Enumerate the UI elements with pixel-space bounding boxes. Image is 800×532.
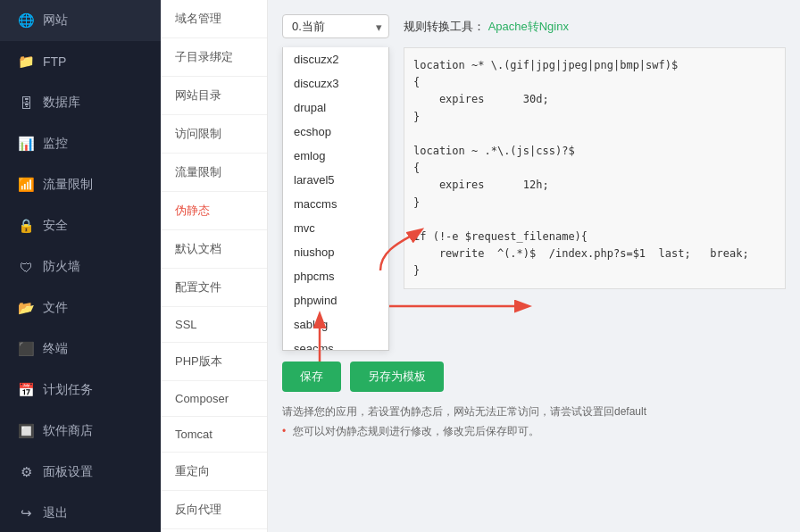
- sub-item-subdir[interactable]: 子目录绑定: [161, 38, 267, 77]
- version-dropdown[interactable]: 0.当前: [282, 14, 389, 38]
- sidebar-label-database: 数据库: [43, 95, 80, 111]
- sidebar-item-logout[interactable]: ↪ 退出: [0, 493, 161, 532]
- sidebar-label-terminal: 终端: [43, 341, 68, 357]
- code-line: location ~ .*\.(js|css)?$: [413, 143, 776, 160]
- main-content: 0.当前 ▾ 规则转换工具： Apache转Nginx discuzx2disc…: [268, 0, 800, 532]
- sidebar-item-traffic[interactable]: 📶 流量限制: [0, 164, 161, 205]
- sidebar-item-panel-settings[interactable]: ⚙ 面板设置: [0, 452, 161, 493]
- sidebar-label-traffic: 流量限制: [43, 177, 93, 193]
- sub-item-config[interactable]: 配置文件: [161, 269, 267, 307]
- panel-settings-icon: ⚙: [18, 464, 34, 480]
- sidebar-label-security: 安全: [43, 218, 68, 234]
- sub-item-webroot[interactable]: 网站目录: [161, 77, 267, 115]
- sidebar-label-logout: 退出: [43, 505, 68, 521]
- arrow-annotation-2: [389, 295, 550, 322]
- sidebar-item-cron[interactable]: 📅 计划任务: [0, 370, 161, 411]
- sidebar-label-cron: 计划任务: [43, 382, 93, 398]
- bullet-dot: •: [282, 425, 286, 437]
- dropdown-item-phpwind[interactable]: phpwind: [283, 288, 388, 312]
- sub-item-default-doc[interactable]: 默认文档: [161, 230, 267, 269]
- button-bar: 保存 另存为模板: [282, 362, 786, 392]
- code-line: [413, 212, 776, 229]
- sidebar-item-monitor[interactable]: 📊 监控: [0, 123, 161, 164]
- sub-item-domain[interactable]: 域名管理: [161, 0, 267, 38]
- dropdown-item-drupal[interactable]: drupal: [283, 96, 388, 120]
- firewall-icon: 🛡: [18, 259, 34, 275]
- sub-item-composer[interactable]: Composer: [161, 381, 267, 417]
- traffic-icon: 📶: [18, 177, 34, 193]
- content-area: discuzx2discuzx3drupalecshopemloglaravel…: [282, 47, 786, 351]
- code-line: expires 30d;: [413, 91, 776, 108]
- sidebar-item-ftp[interactable]: 📁 FTP: [0, 41, 161, 82]
- info-line2: • 您可以对伪静态规则进行修改，修改完后保存即可。: [282, 422, 786, 442]
- info-text: 请选择您的应用，若设置伪静态后，网站无法正常访问，请尝试设置回default •…: [282, 403, 786, 441]
- rule-converter-label: 规则转换工具： Apache转Nginx: [404, 19, 569, 35]
- code-line: }: [413, 195, 776, 212]
- sidebar-label-appstore: 软件商店: [43, 423, 93, 439]
- code-line: {: [413, 160, 776, 177]
- sidebar-label-monitor: 监控: [43, 136, 68, 152]
- sidebar-item-security[interactable]: 🔒 安全: [0, 205, 161, 246]
- dropdown-item-discuzx2[interactable]: discuzx2: [283, 47, 388, 71]
- sub-sidebar: 域名管理 子目录绑定 网站目录 访问限制 流量限制 伪静态 默认文档 配置文件 …: [161, 0, 268, 532]
- terminal-icon: ⬛: [18, 341, 34, 357]
- dropdown-item-ecshop[interactable]: ecshop: [283, 120, 388, 144]
- sidebar-label-files: 文件: [43, 300, 68, 316]
- dropdown-item-mvc[interactable]: mvc: [283, 216, 388, 240]
- info-line1: 请选择您的应用，若设置伪静态后，网站无法正常访问，请尝试设置回default: [282, 403, 786, 422]
- dropdown-item-phpcms[interactable]: phpcms: [283, 264, 388, 288]
- cron-icon: 📅: [18, 382, 34, 398]
- code-line: expires 12h;: [413, 177, 776, 194]
- database-icon: 🗄: [18, 95, 34, 111]
- save-as-template-button[interactable]: 另存为模板: [350, 362, 444, 392]
- sub-item-reverse-proxy[interactable]: 反向代理: [161, 491, 267, 529]
- dropdown-item-niushop[interactable]: niushop: [283, 240, 388, 264]
- code-line: if (!-e $request_filename){: [413, 229, 776, 245]
- sub-item-tomcat[interactable]: Tomcat: [161, 417, 267, 453]
- dropdown-item-seacms[interactable]: seacms: [283, 337, 388, 351]
- sub-item-php[interactable]: PHP版本: [161, 343, 267, 381]
- sub-item-rewrite[interactable]: 伪静态: [161, 192, 267, 230]
- sidebar-item-appstore[interactable]: 🔲 软件商店: [0, 411, 161, 452]
- code-line: location ~* \.(gif|jpg|jpeg|png|bmp|swf)…: [413, 57, 776, 74]
- ftp-icon: 📁: [18, 54, 34, 70]
- rule-converter-link[interactable]: Apache转Nginx: [488, 20, 569, 33]
- dropdown-item-sablog[interactable]: sablog: [283, 312, 388, 337]
- top-bar: 0.当前 ▾ 规则转换工具： Apache转Nginx: [282, 14, 786, 38]
- sidebar-item-terminal[interactable]: ⬛ 终端: [0, 328, 161, 370]
- sidebar-item-database[interactable]: 🗄 数据库: [0, 82, 161, 123]
- monitor-icon: 📊: [18, 136, 34, 152]
- sub-item-traffic-limit[interactable]: 流量限制: [161, 154, 267, 192]
- dropdown-item-maccms[interactable]: maccms: [283, 192, 388, 216]
- sidebar-item-firewall[interactable]: 🛡 防火墙: [0, 246, 161, 287]
- rewrite-dropdown-list[interactable]: discuzx2discuzx3drupalecshopemloglaravel…: [282, 47, 389, 351]
- code-line: }: [413, 109, 776, 126]
- sidebar-label-panel-settings: 面板设置: [43, 464, 93, 480]
- appstore-icon: 🔲: [18, 423, 34, 439]
- sidebar-label-firewall: 防火墙: [43, 259, 80, 275]
- sidebar-item-files[interactable]: 📂 文件: [0, 287, 161, 328]
- dropdown-item-laravel5[interactable]: laravel5: [283, 168, 388, 192]
- save-button[interactable]: 保存: [282, 362, 341, 392]
- sidebar-label-ftp: FTP: [43, 54, 66, 69]
- sub-item-access[interactable]: 访问限制: [161, 115, 267, 154]
- code-line: {: [413, 74, 776, 91]
- code-line: }: [413, 262, 776, 279]
- sidebar-label-website: 网站: [43, 12, 68, 29]
- version-dropdown-wrapper: 0.当前 ▾: [282, 14, 389, 38]
- sub-item-ssl[interactable]: SSL: [161, 307, 267, 343]
- security-icon: 🔒: [18, 218, 34, 234]
- sidebar: 🌐 网站 📁 FTP 🗄 数据库 📊 监控 📶 流量限制 🔒 安全 🛡 防火墙 …: [0, 0, 161, 532]
- code-editor[interactable]: location ~* \.(gif|jpg|jpeg|png|bmp|swf)…: [404, 47, 786, 289]
- sub-item-redirect[interactable]: 重定向: [161, 453, 267, 491]
- code-line: [413, 126, 776, 143]
- dropdown-item-emlog[interactable]: emlog: [283, 144, 388, 168]
- code-line: rewrite ^(.*)$ /index.php?s=$1 last; bre…: [413, 245, 776, 262]
- logout-icon: ↪: [18, 505, 34, 521]
- dropdown-item-discuzx3[interactable]: discuzx3: [283, 71, 388, 96]
- website-icon: 🌐: [18, 12, 34, 29]
- sidebar-item-website[interactable]: 🌐 网站: [0, 0, 161, 41]
- files-icon: 📂: [18, 300, 34, 316]
